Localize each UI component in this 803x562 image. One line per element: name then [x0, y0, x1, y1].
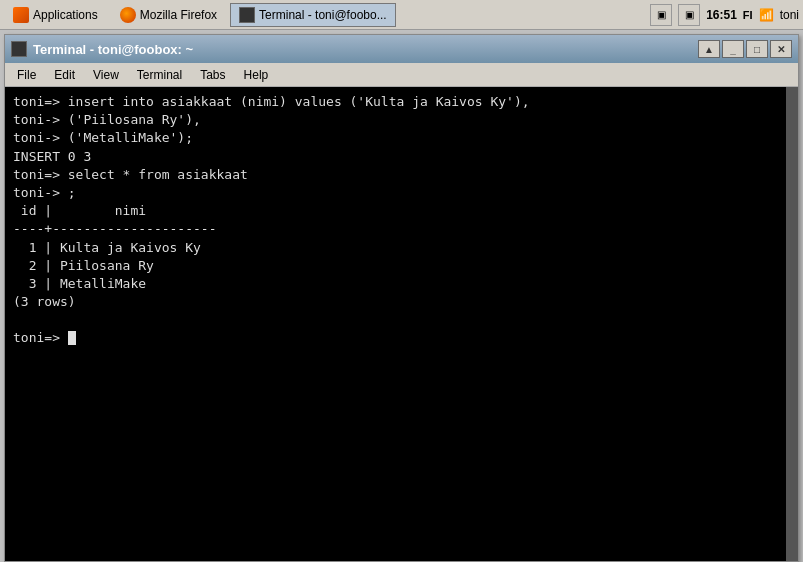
- menu-file[interactable]: File: [9, 65, 44, 85]
- applications-icon: [13, 7, 29, 23]
- terminal-icon: [239, 7, 255, 23]
- taskbar-wifi-icon: 📶: [759, 8, 774, 22]
- terminal-window: Terminal - toni@foobox: ~ ▲ _ □ ✕ File E…: [4, 34, 799, 562]
- taskbar-time: 16:51: [706, 8, 737, 22]
- menu-help[interactable]: Help: [236, 65, 277, 85]
- applications-label: Applications: [33, 8, 98, 22]
- firefox-label: Mozilla Firefox: [140, 8, 217, 22]
- window-title: Terminal - toni@foobox: ~: [33, 42, 193, 57]
- window-maximize[interactable]: □: [746, 40, 768, 58]
- terminal-taskbar-label: Terminal - toni@foobo...: [259, 8, 387, 22]
- terminal-body[interactable]: toni=> insert into asiakkaat (nimi) valu…: [5, 87, 798, 561]
- titlebar-left: Terminal - toni@foobox: ~: [11, 41, 193, 57]
- window-close[interactable]: ✕: [770, 40, 792, 58]
- window-icon: [11, 41, 27, 57]
- taskbar-right: ▣ ▣ 16:51 FI 📶 toni: [650, 4, 799, 26]
- titlebar-controls: ▲ _ □ ✕: [698, 40, 792, 58]
- taskbar-user: toni: [780, 8, 799, 22]
- menu-terminal[interactable]: Terminal: [129, 65, 190, 85]
- terminal-cursor: [68, 331, 76, 345]
- taskbar-lang: FI: [743, 9, 753, 21]
- taskbar-item-applications[interactable]: Applications: [4, 3, 107, 27]
- taskbar-btn-1[interactable]: ▣: [650, 4, 672, 26]
- taskbar-item-firefox[interactable]: Mozilla Firefox: [111, 3, 226, 27]
- menu-tabs[interactable]: Tabs: [192, 65, 233, 85]
- taskbar-item-terminal[interactable]: Terminal - toni@foobo...: [230, 3, 396, 27]
- menu-edit[interactable]: Edit: [46, 65, 83, 85]
- taskbar: Applications Mozilla Firefox Terminal - …: [0, 0, 803, 30]
- scrollbar[interactable]: [786, 87, 798, 561]
- firefox-icon: [120, 7, 136, 23]
- menubar: File Edit View Terminal Tabs Help: [5, 63, 798, 87]
- window-scroll-up[interactable]: ▲: [698, 40, 720, 58]
- taskbar-btn-2[interactable]: ▣: [678, 4, 700, 26]
- menu-view[interactable]: View: [85, 65, 127, 85]
- terminal-output: toni=> insert into asiakkaat (nimi) valu…: [13, 93, 790, 348]
- window-minimize[interactable]: _: [722, 40, 744, 58]
- window-titlebar: Terminal - toni@foobox: ~ ▲ _ □ ✕: [5, 35, 798, 63]
